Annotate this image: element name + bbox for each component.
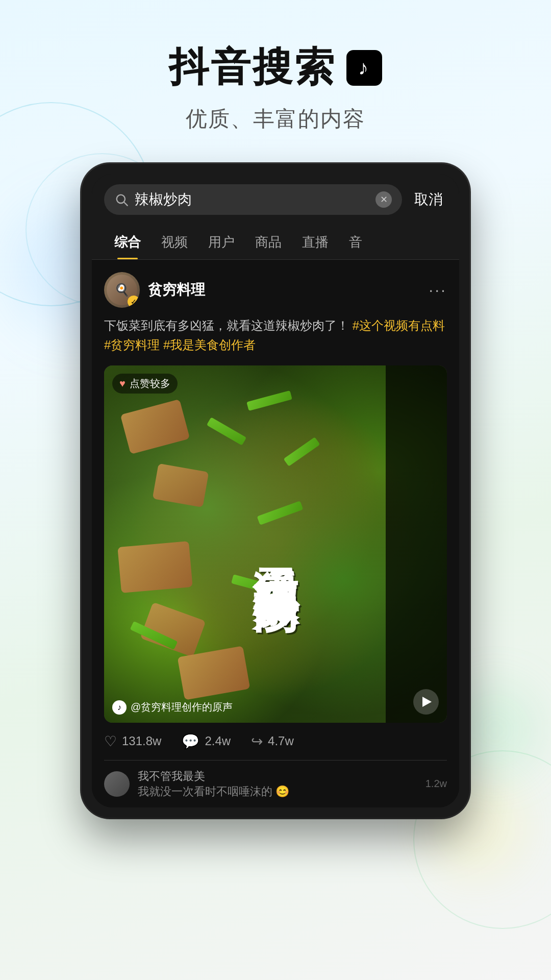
tabs-row: 综合 视频 用户 商品 直播 音 — [92, 225, 459, 260]
comments-stat[interactable]: 💬 2.4w — [182, 733, 231, 750]
tab-音乐[interactable]: 音 — [339, 225, 372, 259]
comments-count: 2.4w — [205, 734, 231, 748]
phone-frame: 辣椒炒肉 ✕ 取消 综合 视频 用户 商品 直播 音 — [82, 164, 469, 818]
stats-row: ♡ 131.8w 💬 2.4w ↪ 4.7w — [104, 723, 447, 760]
post-plain-text: 下饭菜到底有多凶猛，就看这道辣椒炒肉了！ — [104, 318, 349, 332]
main-title: 抖音搜索 ♪ — [0, 41, 551, 94]
tab-用户[interactable]: 用户 — [198, 225, 245, 259]
tab-综合[interactable]: 综合 — [104, 225, 151, 259]
search-query: 辣椒炒肉 — [135, 190, 369, 209]
shares-count: 4.7w — [268, 734, 294, 748]
tiktok-logo-icon: ♪ — [346, 50, 382, 86]
avatar[interactable]: 🍳 ✓ — [104, 272, 140, 308]
shares-stat[interactable]: ↪ 4.7w — [251, 733, 294, 750]
comment-text: 我就没一次看时不咽唾沫的 😊 — [138, 784, 417, 799]
comment-author: 我不管我最美 — [138, 769, 417, 784]
comment-preview: 我不管我最美 我就没一次看时不咽唾沫的 😊 1.2w — [104, 760, 447, 807]
post-text: 下饭菜到底有多凶猛，就看这道辣椒炒肉了！ #这个视频有点料 #贫穷料理 #我是美… — [104, 316, 447, 355]
author-info: 🍳 ✓ 贫穷料理 — [104, 272, 205, 308]
tab-直播[interactable]: 直播 — [292, 225, 339, 259]
header-section: 抖音搜索 ♪ 优质、丰富的内容 — [0, 0, 551, 154]
comment-content: 我不管我最美 我就没一次看时不咽唾沫的 😊 — [138, 769, 417, 799]
phone-screen: 辣椒炒肉 ✕ 取消 综合 视频 用户 商品 直播 音 — [92, 174, 459, 807]
likes-count: 131.8w — [122, 734, 161, 748]
play-triangle-icon — [422, 697, 432, 707]
more-button[interactable]: ··· — [429, 281, 447, 300]
video-thumbnail[interactable]: 勇猛辣椒炒肉 ♥ 点赞较多 ♪ @贫穷料理创作的原声 — [104, 365, 447, 723]
like-badge-text: 点赞较多 — [130, 377, 170, 390]
comment-stat-icon: 💬 — [182, 733, 199, 750]
heart-icon: ♥ — [119, 378, 126, 389]
like-badge: ♥ 点赞较多 — [112, 374, 178, 394]
comment-avatar — [104, 771, 130, 797]
tab-商品[interactable]: 商品 — [245, 225, 292, 259]
sound-text: @贫穷料理创作的原声 — [131, 700, 233, 714]
overlay-text: 勇猛辣椒炒肉 — [104, 365, 447, 723]
tiktok-note-icon: ♪ — [358, 56, 370, 79]
heart-stat-icon: ♡ — [104, 733, 117, 750]
verified-badge: ✓ — [128, 296, 140, 308]
tab-视频[interactable]: 视频 — [151, 225, 198, 259]
author-row: 🍳 ✓ 贫穷料理 ··· — [104, 272, 447, 308]
content-area: 🍳 ✓ 贫穷料理 ··· 下饭菜到底有多凶猛，就看这道辣椒炒肉了！ #这个视频有… — [92, 260, 459, 807]
search-input-box[interactable]: 辣椒炒肉 ✕ — [104, 184, 402, 215]
video-overlay-title: 勇猛辣椒炒肉 — [251, 532, 301, 556]
sound-icon: ♪ — [112, 700, 127, 715]
comment-likes: 1.2w — [425, 778, 447, 790]
play-button[interactable] — [413, 689, 439, 715]
svg-line-1 — [124, 202, 127, 205]
author-name[interactable]: 贫穷料理 — [148, 280, 205, 300]
likes-stat[interactable]: ♡ 131.8w — [104, 733, 161, 750]
clear-button[interactable]: ✕ — [375, 191, 392, 208]
search-bar-row: 辣椒炒肉 ✕ 取消 — [92, 174, 459, 225]
share-stat-icon: ↪ — [251, 733, 263, 750]
cancel-button[interactable]: 取消 — [410, 190, 447, 209]
search-icon — [114, 192, 129, 207]
title-text: 抖音搜索 — [169, 41, 336, 94]
sound-bar: ♪ @贫穷料理创作的原声 — [112, 700, 233, 715]
subtitle: 优质、丰富的内容 — [0, 105, 551, 133]
phone-wrapper: 辣椒炒肉 ✕ 取消 综合 视频 用户 商品 直播 音 — [0, 164, 551, 818]
